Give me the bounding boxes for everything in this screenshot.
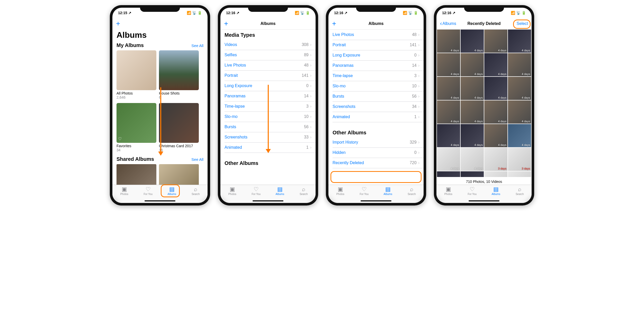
photo-thumb[interactable]: 4 days — [437, 124, 460, 147]
album-row-2[interactable]: ♡ Favorites 34 Christmas Card 2017 16 — [112, 103, 208, 152]
tab-search[interactable]: ⌕Search — [292, 185, 316, 203]
select-button[interactable]: Select — [517, 21, 528, 26]
album-favorites[interactable]: ♡ Favorites 34 — [117, 103, 156, 152]
content[interactable]: 4 days4 days4 days4 days4 days4 days4 da… — [436, 30, 532, 185]
photo-thumb[interactable]: 4 days — [461, 148, 484, 171]
content[interactable]: Live Photos48›Portrait141›Long Exposure0… — [328, 30, 424, 185]
photo-thumb[interactable]: 4 days — [484, 53, 507, 76]
phone-frame-1: 12:15↗ 📶📡🔋 + Albums My Albums See All Al… — [110, 5, 210, 206]
row-label: Bursts — [333, 94, 344, 99]
media-type-row[interactable]: Animated1› — [328, 112, 424, 122]
home-indicator[interactable] — [145, 200, 175, 201]
album-christmas[interactable]: Christmas Card 2017 16 — [159, 103, 199, 152]
media-type-row[interactable]: Screenshots34› — [328, 101, 424, 112]
content[interactable]: Media Types Videos308›Selfies89›Live Pho… — [220, 30, 316, 185]
media-type-row[interactable]: Live Photos48› — [328, 30, 424, 40]
media-type-row[interactable]: Screenshots33› — [220, 132, 316, 142]
album-row-1[interactable]: All Photos 2,646 House Shots 6 — [112, 50, 208, 99]
screen-4: 12:16↗ 📶📡🔋 ‹Albums Recently Deleted Sele… — [436, 8, 532, 203]
album-thumb[interactable] — [159, 50, 199, 90]
photo-thumb[interactable]: 4 days — [461, 77, 484, 100]
wifi-icon: 📡 — [408, 11, 413, 15]
photo-thumb[interactable]: 4 days — [461, 53, 484, 76]
home-indicator[interactable] — [253, 200, 283, 201]
album-thumb[interactable] — [159, 103, 199, 143]
chevron-right-icon: › — [310, 125, 311, 129]
media-type-row[interactable]: Portrait141› — [328, 40, 424, 50]
other-album-row[interactable]: Recently Deleted720› — [328, 158, 424, 168]
add-button[interactable]: + — [332, 20, 336, 27]
media-type-row[interactable]: Selfies89› — [220, 50, 316, 60]
photo-thumb[interactable]: 4 days — [484, 30, 507, 53]
tab-photos[interactable]: ▣Photos — [112, 185, 136, 203]
shared-thumb[interactable] — [117, 164, 156, 185]
add-button[interactable]: + — [224, 20, 228, 27]
add-button[interactable]: + — [116, 20, 120, 27]
media-type-row[interactable]: Portrait141› — [220, 70, 316, 81]
photo-thumb[interactable]: 3 days — [461, 171, 484, 177]
album-all-photos[interactable]: All Photos 2,646 — [117, 50, 156, 99]
media-type-row[interactable]: Slo-mo10› — [220, 111, 316, 122]
media-type-row[interactable]: Slo-mo10› — [328, 81, 424, 91]
photo-thumb[interactable]: 4 days — [437, 148, 460, 171]
media-type-row[interactable]: Long Exposure0› — [328, 50, 424, 60]
media-type-row[interactable]: Time-lapse3› — [328, 71, 424, 81]
tab-photos[interactable]: ▣Photos — [328, 185, 352, 203]
photo-thumb[interactable]: 4 days — [437, 53, 460, 76]
other-album-row[interactable]: Hidden0› — [328, 147, 424, 158]
photo-thumb[interactable]: 4 days — [508, 30, 531, 53]
photo-thumb[interactable]: 4 days — [508, 77, 531, 100]
photo-thumb[interactable]: 3 days — [508, 171, 531, 177]
days-remaining-label: 4 days — [475, 96, 483, 99]
content[interactable]: Albums My Albums See All All Photos 2,64… — [112, 29, 208, 185]
photo-thumb[interactable]: 3 days — [508, 148, 531, 171]
media-type-row[interactable]: Long Exposure0› — [220, 81, 316, 91]
media-type-row[interactable]: Panoramas14› — [220, 91, 316, 101]
tab-search[interactable]: ⌕Search — [184, 185, 208, 203]
location-icon: ↗ — [344, 11, 347, 15]
home-indicator[interactable] — [469, 200, 499, 201]
photo-thumb[interactable]: 3 days — [437, 171, 460, 177]
see-all-link[interactable]: See All — [191, 157, 203, 162]
photo-thumb[interactable]: 4 days — [461, 124, 484, 147]
photo-grid[interactable]: 4 days4 days4 days4 days4 days4 days4 da… — [436, 30, 532, 177]
home-indicator[interactable] — [361, 200, 391, 201]
media-type-row[interactable]: Bursts56› — [328, 91, 424, 101]
photo-thumb[interactable]: 4 days — [461, 100, 484, 124]
media-type-row[interactable]: Time-lapse3› — [220, 101, 316, 111]
see-all-link[interactable]: See All — [191, 43, 203, 48]
foryou-icon: ♡ — [362, 187, 367, 192]
photo-thumb[interactable]: 4 days — [484, 77, 507, 100]
photo-thumb[interactable]: 3 days — [484, 171, 507, 177]
photo-thumb[interactable]: 4 days — [437, 77, 460, 100]
other-album-row[interactable]: Import History329› — [328, 137, 424, 147]
photo-thumb[interactable]: 4 days — [437, 100, 460, 124]
row-count: 0 — [414, 53, 417, 58]
photo-thumb[interactable]: 4 days — [461, 30, 484, 53]
media-type-row[interactable]: Animated1› — [220, 142, 316, 153]
photo-thumb[interactable]: 4 days — [437, 30, 460, 53]
media-type-row[interactable]: Live Photos48› — [220, 60, 316, 70]
media-type-row[interactable]: Bursts56› — [220, 122, 316, 132]
tab-photos[interactable]: ▣Photos — [436, 185, 460, 203]
photo-thumb[interactable]: 4 days — [508, 124, 531, 147]
album-house-shots[interactable]: House Shots 6 — [159, 50, 199, 99]
photo-thumb[interactable]: 4 days — [484, 100, 507, 124]
album-thumb[interactable]: ♡ — [117, 103, 156, 143]
status-time: 12:16 — [334, 11, 343, 15]
shared-thumb[interactable] — [159, 164, 199, 185]
media-type-row[interactable]: Panoramas14› — [328, 60, 424, 71]
photo-thumb[interactable]: 4 days — [484, 124, 507, 147]
tab-search[interactable]: ⌕Search — [508, 185, 532, 203]
album-thumb[interactable] — [117, 50, 156, 90]
row-count: 56 — [304, 125, 309, 129]
tab-photos[interactable]: ▣Photos — [220, 185, 244, 203]
photo-thumb[interactable]: 4 days — [508, 53, 531, 76]
days-remaining-label: 4 days — [522, 143, 530, 146]
media-type-row[interactable]: Videos308› — [220, 40, 316, 50]
shared-row[interactable] — [112, 164, 208, 185]
tab-search[interactable]: ⌕Search — [400, 185, 424, 203]
photo-thumb[interactable]: 3 days — [484, 148, 507, 171]
photo-thumb[interactable]: 4 days — [508, 100, 531, 124]
back-button[interactable]: ‹Albums — [440, 20, 456, 27]
